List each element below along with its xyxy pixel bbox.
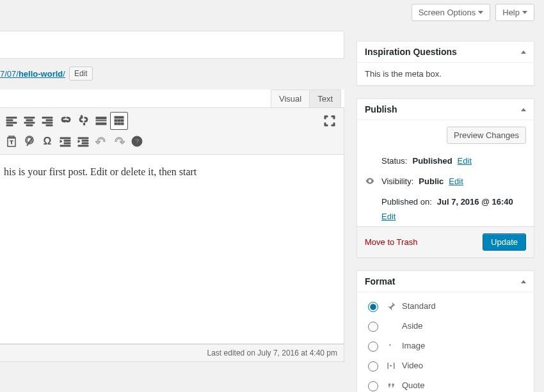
calendar-icon xyxy=(365,196,376,207)
collapse-toggle-icon[interactable] xyxy=(521,108,526,111)
chevron-down-icon xyxy=(478,11,483,14)
svg-rect-0 xyxy=(96,117,106,119)
format-option-quote[interactable]: Quote xyxy=(365,375,526,392)
metabox-inspiration-body: This is the meta box. xyxy=(365,69,442,79)
indent-icon[interactable] xyxy=(74,132,92,150)
format-label-image: Image xyxy=(402,341,425,350)
svg-rect-5 xyxy=(118,120,120,122)
svg-text:?: ? xyxy=(135,137,140,145)
align-left-icon[interactable] xyxy=(3,112,20,130)
toolbar-toggle-icon[interactable] xyxy=(110,112,128,130)
svg-text:T: T xyxy=(10,139,13,145)
quote-icon xyxy=(385,380,397,391)
special-char-icon[interactable]: Ω xyxy=(38,132,56,150)
format-radio-standard[interactable] xyxy=(368,302,378,312)
format-radio-quote[interactable] xyxy=(368,381,378,391)
metabox-publish-title: Publish xyxy=(365,104,397,114)
permalink-slug[interactable]: hello-world xyxy=(19,69,63,79)
format-radio-video[interactable] xyxy=(368,361,378,372)
tab-text[interactable]: Text xyxy=(309,90,341,107)
move-to-trash-link[interactable]: Move to Trash xyxy=(365,237,417,247)
preview-changes-button[interactable]: Preview Changes xyxy=(447,127,526,144)
format-label-standard: Standard xyxy=(402,301,436,311)
metabox-inspiration: Inspiration Questions This is the meta b… xyxy=(356,41,534,86)
align-right-icon[interactable] xyxy=(38,112,56,130)
date-edit-link[interactable]: Edit xyxy=(381,212,396,221)
help-label: Help xyxy=(502,8,520,17)
svg-rect-2 xyxy=(96,123,106,125)
insert-more-icon[interactable] xyxy=(92,112,110,130)
outdent-icon[interactable] xyxy=(56,132,74,150)
format-label-video: Video xyxy=(402,361,423,370)
status-label: Status: xyxy=(381,156,407,166)
status-value: Published xyxy=(412,156,452,166)
help-icon[interactable]: ? xyxy=(128,132,146,150)
screen-options-button[interactable]: Screen Options xyxy=(412,4,491,21)
format-label-quote: Quote xyxy=(402,380,424,390)
align-center-icon[interactable] xyxy=(20,112,38,130)
visibility-value: Public xyxy=(419,176,444,186)
svg-rect-7 xyxy=(115,123,117,125)
last-edited-text: Last edited on July 7, 2016 at 4:40 pm xyxy=(207,349,337,357)
fullscreen-icon[interactable] xyxy=(321,112,339,130)
svg-rect-3 xyxy=(115,116,124,118)
video-icon xyxy=(385,360,397,372)
svg-rect-9 xyxy=(121,123,124,125)
post-title-input[interactable] xyxy=(0,31,344,59)
editor-toolbar: T Ω ? xyxy=(0,107,344,155)
permalink-row: 7/07/ hello-world / Edit xyxy=(0,64,344,90)
collapse-toggle-icon[interactable] xyxy=(521,280,526,283)
collapse-toggle-icon[interactable] xyxy=(521,51,526,54)
metabox-publish: Publish Preview Changes Status: Publishe… xyxy=(356,98,534,258)
aside-icon xyxy=(385,320,397,332)
format-option-standard[interactable]: Standard xyxy=(365,296,526,316)
key-icon xyxy=(365,155,376,166)
unlink-icon[interactable] xyxy=(74,112,92,130)
editor-wrap: Visual Text T Ω ? xyxy=(0,90,344,362)
metabox-format: Format Standard Aside Image Vi xyxy=(356,270,534,392)
format-option-image[interactable]: Image xyxy=(365,336,526,356)
format-option-aside[interactable]: Aside xyxy=(365,316,526,336)
svg-rect-20 xyxy=(394,363,395,369)
clear-formatting-icon[interactable] xyxy=(20,132,38,150)
metabox-inspiration-title: Inspiration Questions xyxy=(365,47,457,57)
post-content-editor[interactable]: his is your first post. Edit or delete i… xyxy=(0,155,344,344)
image-icon xyxy=(385,340,397,352)
svg-rect-16 xyxy=(387,342,394,349)
format-radio-aside[interactable] xyxy=(368,322,378,332)
format-option-video[interactable]: Video xyxy=(365,356,526,375)
published-on-label: Published on: xyxy=(381,197,432,207)
format-label-aside: Aside xyxy=(402,321,423,331)
svg-rect-14 xyxy=(366,198,373,205)
visibility-icon xyxy=(365,176,376,186)
link-icon[interactable] xyxy=(56,112,74,130)
svg-rect-19 xyxy=(387,363,388,369)
svg-rect-15 xyxy=(387,322,394,329)
published-on-value: Jul 7, 2016 @ 16:40 xyxy=(437,197,513,207)
svg-rect-8 xyxy=(118,123,120,125)
svg-point-13 xyxy=(366,157,369,160)
visibility-edit-link[interactable]: Edit xyxy=(449,176,463,186)
svg-rect-4 xyxy=(115,120,117,122)
permalink-path[interactable]: 7/07/ xyxy=(0,69,19,79)
editor-footer: Last edited on July 7, 2016 at 4:40 pm xyxy=(0,344,344,362)
redo-icon[interactable] xyxy=(110,132,128,150)
status-edit-link[interactable]: Edit xyxy=(458,156,472,166)
paste-text-icon[interactable]: T xyxy=(3,132,20,150)
metabox-format-title: Format xyxy=(365,276,395,286)
help-button[interactable]: Help xyxy=(495,4,534,21)
undo-icon[interactable] xyxy=(92,132,110,150)
svg-point-17 xyxy=(389,344,390,345)
svg-rect-1 xyxy=(96,120,106,121)
chevron-down-icon xyxy=(522,11,527,14)
tab-visual[interactable]: Visual xyxy=(271,90,310,107)
screen-options-label: Screen Options xyxy=(419,8,476,17)
update-button[interactable]: Update xyxy=(483,233,526,251)
format-radio-image[interactable] xyxy=(368,341,378,352)
visibility-label: Visibility: xyxy=(381,176,413,186)
permalink-edit-button[interactable]: Edit xyxy=(69,67,93,81)
post-content-text: his is your first post. Edit or delete i… xyxy=(4,166,196,177)
pin-icon xyxy=(385,301,397,312)
permalink-trail[interactable]: / xyxy=(63,69,65,79)
svg-rect-6 xyxy=(121,120,124,122)
